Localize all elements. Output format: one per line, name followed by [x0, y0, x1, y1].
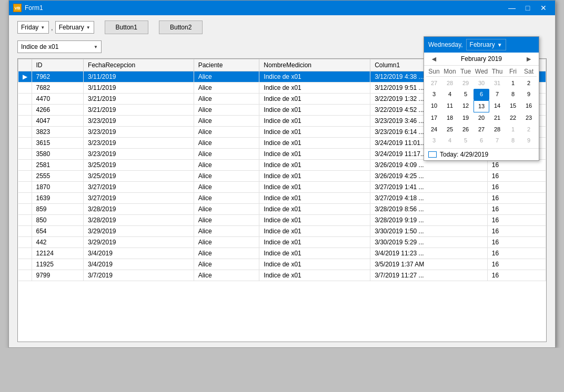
cell: 3/30/2019 5:29 ...	[370, 237, 488, 248]
calendar-day[interactable]: 1	[505, 124, 521, 135]
row-indicator	[18, 94, 32, 105]
calendar-day[interactable]: 3	[426, 89, 442, 100]
cell: Indice de x01	[259, 270, 370, 281]
col-nombre[interactable]: NombreMedicion	[259, 59, 370, 71]
table-row[interactable]: 6543/29/2019AliceIndice de x013/30/2019 …	[18, 226, 546, 237]
cell: Alice	[194, 193, 259, 204]
calendar-day[interactable]: 10	[426, 100, 442, 112]
cell: Alice	[194, 71, 259, 82]
calendar-day[interactable]: 18	[442, 112, 458, 123]
row-indicator	[18, 237, 32, 248]
table-row[interactable]: 18703/27/2019AliceIndice de x013/27/2019…	[18, 182, 546, 193]
calendar-day[interactable]: 28	[489, 124, 505, 135]
calendar-day[interactable]: 31	[489, 78, 505, 89]
calendar-day[interactable]: 2	[521, 124, 537, 135]
day-dropdown[interactable]: Friday ▼	[17, 21, 49, 34]
calendar-day[interactable]: 5	[458, 89, 474, 100]
cell: 16	[487, 259, 546, 270]
table-row[interactable]: 97993/7/2019AliceIndice de x013/7/2019 1…	[18, 270, 546, 281]
table-row[interactable]: 8593/28/2019AliceIndice de x013/28/2019 …	[18, 204, 546, 215]
calendar-day[interactable]: 27	[426, 78, 442, 89]
cell: 3/11/2019	[84, 82, 194, 94]
col-id[interactable]: ID	[32, 59, 84, 71]
cell: 11925	[32, 259, 84, 270]
calendar-day[interactable]: 2	[521, 78, 537, 89]
calendar-day[interactable]: 23	[521, 112, 537, 123]
cal-month-dropdown[interactable]: February ▼	[466, 39, 506, 50]
calendar-day[interactable]: 21	[489, 112, 505, 123]
table-row[interactable]: 25813/25/2019AliceIndice de x013/26/2019…	[18, 160, 546, 171]
cal-next-button[interactable]: ►	[523, 55, 535, 63]
calendar-day[interactable]: 1	[505, 78, 521, 89]
cell: Alice	[194, 94, 259, 105]
calendar-day[interactable]: 4	[442, 135, 458, 146]
col-fecha[interactable]: FechaRecepcion	[84, 59, 194, 71]
button2[interactable]: Button2	[159, 20, 203, 34]
calendar-day[interactable]: 5	[458, 135, 474, 146]
table-row[interactable]: 119253/4/2019AliceIndice de x013/5/2019 …	[18, 259, 546, 270]
close-button[interactable]: ✕	[536, 3, 551, 13]
calendar-day[interactable]: 15	[505, 100, 521, 112]
calendar-day[interactable]: 22	[505, 112, 521, 123]
col-indicator	[18, 59, 32, 71]
window-title: Form1	[25, 4, 43, 12]
table-row[interactable]: 25553/25/2019AliceIndice de x013/26/2019…	[18, 171, 546, 182]
calendar-day[interactable]: 4	[442, 89, 458, 100]
cell: Alice	[194, 82, 259, 94]
table-row[interactable]: 8503/28/2019AliceIndice de x013/28/2019 …	[18, 215, 546, 226]
calendar-grid: SunMonTueWedThuFriSat 272829303112345678…	[424, 66, 539, 148]
col-paciente[interactable]: Paciente	[194, 59, 259, 71]
cell: Indice de x01	[259, 116, 370, 127]
calendar-day[interactable]: 7	[489, 135, 505, 146]
cell: 3/28/2019	[84, 204, 194, 215]
calendar-day[interactable]: 16	[521, 100, 537, 112]
cell: 3/27/2019	[84, 193, 194, 204]
cell: 9799	[32, 270, 84, 281]
button1[interactable]: Button1	[105, 20, 148, 34]
calendar-day[interactable]: 3	[426, 135, 442, 146]
calendar-day[interactable]: 24	[426, 124, 442, 135]
calendar-today-row: Today: 4/29/2019	[424, 148, 539, 160]
calendar-day[interactable]: 19	[458, 112, 474, 123]
calendar-day[interactable]: 11	[442, 100, 458, 112]
cell: Alice	[194, 215, 259, 226]
cell: 16	[487, 182, 546, 193]
row-indicator	[18, 171, 32, 182]
cell: 442	[32, 237, 84, 248]
calendar-day[interactable]: 8	[505, 89, 521, 100]
calendar-day[interactable]: 6	[474, 89, 489, 100]
minimize-button[interactable]: —	[505, 3, 519, 13]
cal-prev-button[interactable]: ◄	[428, 55, 440, 63]
table-row[interactable]: 121243/4/2019AliceIndice de x013/4/2019 …	[18, 248, 546, 259]
calendar-day[interactable]: 6	[474, 135, 489, 146]
calendar-day[interactable]: 17	[426, 112, 442, 123]
calendar-day[interactable]: 12	[458, 100, 474, 112]
filter-dropdown[interactable]: Indice de x01 ▼	[17, 40, 102, 53]
calendar-day[interactable]: 9	[521, 89, 537, 100]
maximize-button[interactable]: □	[520, 3, 535, 13]
titlebar: VB Form1 — □ ✕	[9, 1, 555, 15]
calendar-day[interactable]: 13	[474, 100, 489, 112]
cell: Alice	[194, 105, 259, 116]
calendar-day[interactable]: 28	[442, 78, 458, 89]
month-dropdown[interactable]: February ▼	[55, 21, 94, 34]
calendar-day[interactable]: 7	[489, 89, 505, 100]
calendar-day[interactable]: 20	[474, 112, 489, 123]
calendar-days[interactable]: 2728293031123456789101112131415161718192…	[426, 78, 537, 146]
table-row[interactable]: 4423/29/2019AliceIndice de x013/30/2019 …	[18, 237, 546, 248]
calendar-day[interactable]: 29	[458, 78, 474, 89]
calendar-day[interactable]: 9	[521, 135, 537, 146]
cell: 4047	[32, 116, 84, 127]
today-box	[428, 151, 437, 158]
calendar-day[interactable]: 27	[474, 124, 489, 135]
cell: 7962	[32, 71, 84, 82]
calendar-day[interactable]: 8	[505, 135, 521, 146]
cell: Indice de x01	[259, 105, 370, 116]
calendar-day[interactable]: 26	[458, 124, 474, 135]
table-row[interactable]: 16393/27/2019AliceIndice de x013/27/2019…	[18, 193, 546, 204]
calendar-day[interactable]: 30	[474, 78, 489, 89]
cell: 3/7/2019	[84, 270, 194, 281]
titlebar-buttons: — □ ✕	[505, 3, 551, 13]
calendar-day[interactable]: 25	[442, 124, 458, 135]
calendar-day[interactable]: 14	[489, 100, 505, 112]
